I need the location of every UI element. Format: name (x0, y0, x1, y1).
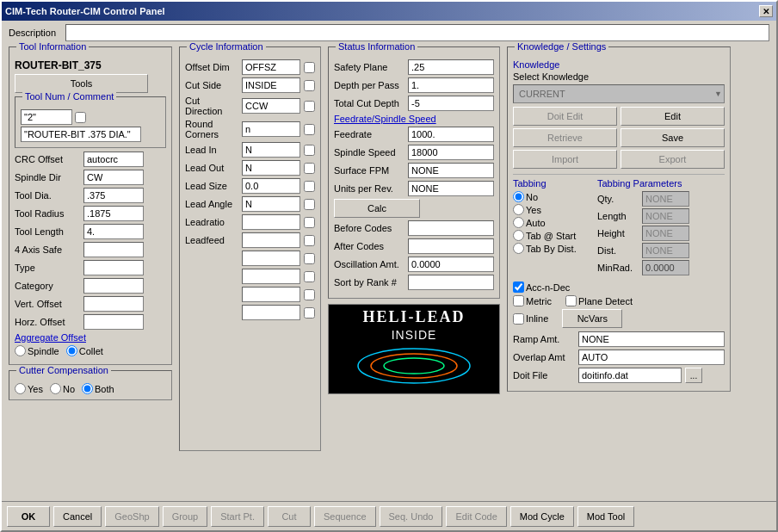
leadfeed-check[interactable] (304, 235, 315, 246)
total-cut-depth-input[interactable] (408, 96, 494, 111)
export-button[interactable]: Export (621, 150, 725, 169)
tool-dia-input[interactable] (83, 188, 144, 203)
import-button[interactable]: Import (513, 150, 617, 169)
sequence-button[interactable]: Sequence (314, 506, 376, 527)
offset-dim-check[interactable] (304, 62, 315, 73)
acc-n-dec-checkbox[interactable] (513, 281, 524, 293)
description-input[interactable] (65, 24, 769, 41)
units-per-rev-input[interactable] (408, 181, 494, 196)
safety-plane-input[interactable] (408, 59, 494, 75)
tool-comment-input[interactable] (21, 127, 141, 142)
cycle-extra-check-3[interactable] (304, 289, 315, 300)
type-input[interactable] (83, 260, 144, 275)
doit-edit-button[interactable]: Doit Edit (513, 107, 617, 126)
cut-dir-input[interactable] (242, 98, 300, 114)
units-per-rev-row: Units per Rev. (334, 181, 494, 196)
yes-radio[interactable] (15, 383, 26, 394)
leadfeed-input[interactable] (242, 232, 300, 248)
group-button[interactable]: Group (163, 506, 208, 527)
nc-vars-button[interactable]: NcVars (562, 309, 622, 328)
ok-button[interactable]: OK (7, 506, 50, 527)
category-input[interactable] (83, 278, 144, 294)
round-corners-input[interactable] (242, 121, 300, 137)
round-corners-check[interactable] (304, 124, 315, 135)
tool-radius-input[interactable] (83, 206, 144, 221)
tool-num-input[interactable] (21, 109, 72, 125)
offset-dim-input[interactable] (242, 59, 300, 75)
retrieve-button[interactable]: Retrieve (513, 128, 617, 147)
tab-at-start-radio[interactable] (513, 230, 524, 241)
tool-num-checkbox[interactable] (75, 112, 86, 123)
spindle-speed-input[interactable] (408, 145, 494, 160)
plane-detect-checkbox[interactable] (565, 295, 577, 306)
lead-size-input[interactable] (242, 178, 300, 194)
calc-button[interactable]: Calc (334, 199, 420, 218)
crc-offset-input[interactable] (83, 152, 144, 167)
both-radio[interactable] (82, 383, 93, 394)
length-input (642, 208, 689, 224)
geo-shp-button[interactable]: GeoShp (105, 506, 158, 527)
feedrate-input[interactable] (408, 127, 494, 142)
inline-checkbox[interactable] (513, 313, 524, 325)
cycle-extra-check-1[interactable] (304, 253, 315, 264)
edit-code-button[interactable]: Edit Code (446, 506, 506, 527)
lead-out-input[interactable] (242, 160, 300, 176)
cancel-button[interactable]: Cancel (53, 506, 102, 527)
close-button[interactable]: ✕ (759, 5, 773, 17)
seq-undo-button[interactable]: Seq. Undo (380, 506, 443, 527)
depth-per-pass-row: Depth per Pass (334, 77, 494, 93)
cut-button[interactable]: Cut (268, 506, 311, 527)
cycle-extra-input-2[interactable] (242, 269, 300, 284)
spindle-collet-group: Spindle Collet (15, 345, 166, 356)
before-codes-input[interactable] (408, 220, 494, 236)
collet-radio[interactable] (66, 345, 77, 356)
current-dropdown[interactable]: CURRENT ▼ (513, 84, 725, 103)
cycle-extra-check-4[interactable] (304, 307, 315, 319)
sort-by-rank-input[interactable] (408, 275, 494, 290)
tab-yes-radio[interactable] (513, 204, 524, 215)
overlap-amt-input[interactable] (578, 350, 725, 365)
lead-angle-input[interactable] (242, 196, 300, 212)
edit-button[interactable]: Edit (621, 107, 725, 126)
leadratio-check[interactable] (304, 217, 315, 228)
cycle-extra-input-3[interactable] (242, 287, 300, 302)
lead-in-input[interactable] (242, 142, 300, 158)
no-radio[interactable] (50, 383, 61, 394)
leadratio-input[interactable] (242, 214, 300, 230)
lead-out-check[interactable] (304, 163, 315, 174)
metric-checkbox[interactable] (513, 295, 524, 306)
cycle-extra-input-4[interactable] (242, 305, 300, 320)
tabbing-params-label: Tabbing Parameters (597, 178, 725, 189)
cut-side-input[interactable] (242, 77, 300, 93)
mod-tool-button[interactable]: Mod Tool (577, 506, 634, 527)
vert-offset-input[interactable] (83, 296, 144, 312)
browse-button[interactable]: ... (685, 368, 702, 383)
surface-fpm-input[interactable] (408, 163, 494, 178)
tool-length-input[interactable] (83, 224, 144, 239)
spindle-dir-input[interactable] (83, 170, 144, 185)
aggregate-offset-link[interactable]: Aggregate Offset (15, 332, 86, 343)
mod-cycle-button[interactable]: Mod Cycle (510, 506, 574, 527)
cycle-extra-input-1[interactable] (242, 251, 300, 266)
cycle-extra-check-2[interactable] (304, 271, 315, 282)
lead-size-check[interactable] (304, 181, 315, 192)
start-pt-button[interactable]: Start Pt. (211, 506, 264, 527)
tab-by-dist-radio[interactable] (513, 243, 524, 254)
four-axis-input[interactable] (83, 242, 144, 257)
plane-detect-label: Plane Detect (565, 295, 633, 306)
spindle-radio[interactable] (15, 345, 26, 356)
after-codes-input[interactable] (408, 238, 494, 254)
save-button[interactable]: Save (621, 128, 725, 147)
depth-per-pass-input[interactable] (408, 77, 494, 93)
tools-button[interactable]: Tools (15, 74, 148, 93)
lead-angle-check[interactable] (304, 199, 315, 210)
tab-no-radio[interactable] (513, 191, 524, 202)
cut-dir-check[interactable] (304, 101, 315, 112)
ramp-amt-input[interactable] (578, 331, 725, 347)
doit-file-input[interactable] (578, 368, 682, 383)
tab-auto-radio[interactable] (513, 217, 524, 228)
cut-side-check[interactable] (304, 80, 315, 91)
horz-offset-input[interactable] (83, 314, 144, 330)
lead-in-check[interactable] (304, 145, 315, 156)
oscillation-amt-input[interactable] (408, 257, 494, 272)
